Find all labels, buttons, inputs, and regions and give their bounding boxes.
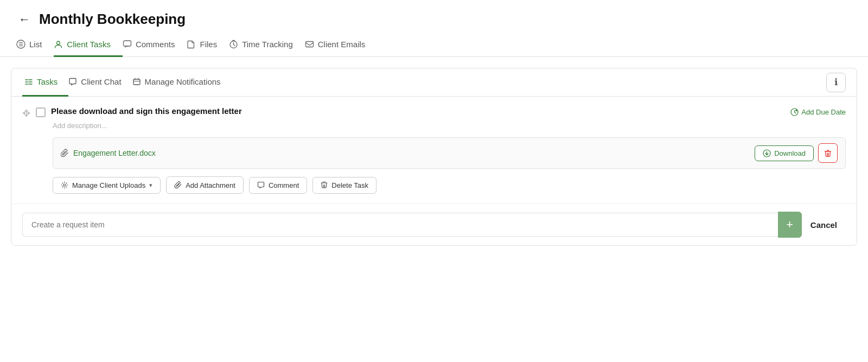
back-button[interactable]: ←: [16, 12, 33, 27]
drag-handle-icon[interactable]: ✥: [22, 107, 30, 119]
sub-tab-manage-notifications[interactable]: Manage Notifications: [132, 68, 232, 97]
sub-tab-client-chat[interactable]: Client Chat: [68, 68, 132, 97]
delete-task-button[interactable]: Delete Task: [312, 177, 376, 194]
task-left: ✥ Please download and sign this engageme…: [22, 106, 242, 119]
time-tracking-icon: [229, 40, 238, 49]
sub-tab-tasks[interactable]: Tasks: [22, 68, 68, 97]
create-item-add-button[interactable]: +: [778, 212, 802, 238]
delete-attachment-button[interactable]: [818, 143, 838, 163]
manage-client-uploads-button[interactable]: Manage Client Uploads ▾: [53, 177, 161, 194]
tab-files-label: Files: [200, 40, 217, 49]
attachment-paperclip-icon: [61, 149, 69, 158]
manage-client-uploads-label: Manage Client Uploads: [72, 181, 145, 189]
svg-point-4: [57, 41, 60, 45]
comment-button[interactable]: Comment: [249, 177, 307, 194]
tab-client-emails-label: Client Emails: [318, 40, 366, 49]
download-icon: [763, 149, 771, 157]
page-title: Monthly Bookkeeping: [39, 11, 186, 28]
comment-icon: [257, 181, 265, 189]
tab-client-emails[interactable]: Client Emails: [305, 33, 378, 57]
client-tasks-icon: [54, 40, 63, 49]
comment-label: Comment: [269, 181, 299, 189]
add-due-date-button[interactable]: Add Due Date: [790, 108, 846, 116]
create-item-row: + Cancel: [11, 204, 857, 245]
list-icon: [16, 40, 25, 49]
task-title: Please download and sign this engagement…: [51, 106, 242, 116]
info-button[interactable]: ℹ: [826, 73, 846, 92]
task-description-placeholder: Add description...: [53, 122, 846, 130]
main-content: Tasks Client Chat Manage Notifications: [0, 57, 868, 257]
client-chat-icon: [68, 78, 77, 86]
tab-client-tasks-label: Client Tasks: [67, 40, 111, 49]
manage-notifications-icon: [132, 78, 141, 86]
comments-icon: [123, 40, 132, 49]
tab-client-tasks[interactable]: Client Tasks: [54, 33, 123, 57]
attachment-left: Engagement Letter.docx: [61, 149, 156, 158]
add-attachment-button[interactable]: Add Attachment: [166, 176, 244, 194]
add-attachment-icon: [174, 181, 182, 189]
svg-rect-10: [305, 42, 313, 47]
sub-tabs-right: ℹ: [826, 73, 846, 92]
svg-rect-17: [133, 79, 140, 85]
sub-tabs: Tasks Client Chat Manage Notifications: [11, 68, 857, 97]
content-card: Tasks Client Chat Manage Notifications: [11, 68, 857, 246]
svg-point-28: [63, 184, 66, 186]
sub-tab-tasks-label: Tasks: [37, 77, 58, 86]
download-button[interactable]: Download: [755, 145, 814, 161]
attachment-area: Engagement Letter.docx Download: [53, 137, 846, 169]
task-checkbox[interactable]: [36, 107, 46, 117]
svg-line-23: [795, 112, 796, 113]
client-emails-icon: [305, 40, 314, 49]
tab-list-label: List: [29, 40, 42, 49]
chevron-down-icon: ▾: [149, 182, 152, 189]
add-due-date-label: Add Due Date: [801, 108, 846, 116]
cancel-button[interactable]: Cancel: [802, 220, 846, 230]
sub-tab-client-chat-label: Client Chat: [81, 77, 121, 86]
tab-time-tracking[interactable]: Time Tracking: [229, 33, 305, 57]
sub-tab-manage-notifications-label: Manage Notifications: [145, 77, 221, 86]
task-actions: Manage Client Uploads ▾ Add Attachment: [53, 176, 846, 194]
tab-comments-label: Comments: [136, 40, 175, 49]
trash-icon: [824, 149, 832, 157]
attachment-actions: Download: [755, 143, 838, 163]
clock-plus-icon: [790, 108, 799, 116]
tab-files[interactable]: Files: [187, 33, 229, 57]
tasks-icon: [24, 78, 33, 86]
attachment-name[interactable]: Engagement Letter.docx: [73, 149, 156, 157]
tab-time-tracking-label: Time Tracking: [242, 40, 293, 49]
add-attachment-label: Add Attachment: [186, 181, 235, 189]
tab-list[interactable]: List: [16, 33, 54, 57]
svg-rect-5: [123, 41, 131, 46]
tab-comments[interactable]: Comments: [123, 33, 187, 57]
page-header: ← Monthly Bookkeeping: [0, 0, 868, 33]
files-icon: [187, 40, 196, 49]
svg-line-8: [234, 45, 235, 46]
page-wrapper: ← Monthly Bookkeeping List Client Tasks …: [0, 0, 868, 362]
nav-tabs: List Client Tasks Comments Files: [0, 33, 868, 57]
task-item: ✥ Please download and sign this engageme…: [11, 97, 857, 204]
download-label: Download: [774, 149, 806, 157]
delete-task-icon: [321, 181, 328, 189]
task-header-row: ✥ Please download and sign this engageme…: [22, 106, 846, 119]
delete-task-label: Delete Task: [331, 181, 368, 189]
gear-icon: [61, 181, 68, 189]
create-item-input[interactable]: [22, 213, 778, 237]
